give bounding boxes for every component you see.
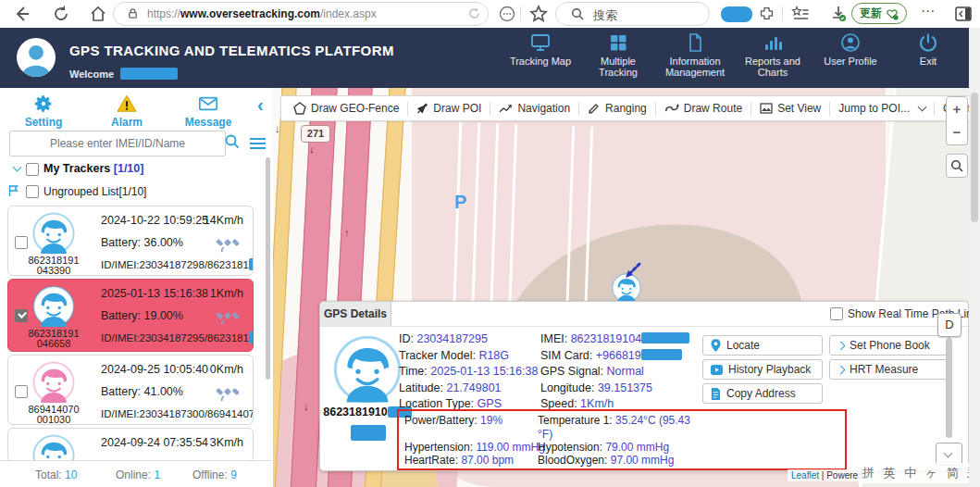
pin-icon bbox=[416, 102, 428, 115]
pentagon-icon bbox=[293, 102, 306, 115]
navigation-button[interactable]: Navigation bbox=[490, 102, 578, 115]
show-path-checkbox[interactable] bbox=[830, 307, 843, 320]
nav-reports-charts[interactable]: Reports and Charts bbox=[734, 32, 812, 78]
draw-route-button[interactable]: Draw Route bbox=[656, 102, 751, 115]
rewards-heart-icon bbox=[886, 7, 899, 20]
tab-label: Setting bbox=[11, 116, 76, 129]
tracker-card[interactable]: 2024-09-24 07:35:54 3Km/h bbox=[7, 428, 254, 462]
collapse-sidebar-arrow[interactable]: ‹ bbox=[257, 95, 264, 114]
zoom-out-button[interactable]: − bbox=[946, 120, 968, 145]
nav-multiple-tracking[interactable]: Multiple Tracking bbox=[579, 32, 657, 78]
platform-title: GPS TRACKING AND TELEMATICS PLATFORM bbox=[69, 43, 394, 58]
screen: https://www.overseetracking.com/index.as… bbox=[0, 0, 980, 487]
satellite-icon bbox=[216, 380, 240, 404]
update-label: 更新 bbox=[860, 6, 882, 21]
page-reload-icon[interactable] bbox=[467, 6, 481, 20]
sidebar-tab-message[interactable]: Message bbox=[176, 94, 241, 129]
tracker-imei: ID/IMEI:23034187295/8623181 bbox=[101, 331, 254, 343]
tracker-checkbox-checked[interactable] bbox=[15, 309, 28, 322]
draw-poi-button[interactable]: Draw POI bbox=[408, 102, 490, 115]
d-key-button[interactable]: D bbox=[937, 313, 961, 337]
tracker-checkbox[interactable] bbox=[15, 236, 28, 249]
ranging-button[interactable]: Ranging bbox=[579, 102, 655, 115]
road-shield: 271 bbox=[301, 125, 330, 143]
map-area[interactable]: ↓ ↓ ↓ ↑ ↑ P 271 Draw GEO-Fence Draw POI bbox=[273, 88, 969, 487]
tracker-time: 2024-10-22 10:59:25 bbox=[101, 214, 208, 227]
panel-divider bbox=[320, 326, 968, 327]
jump-to-poi-dropdown[interactable]: Jump to POI... bbox=[830, 102, 934, 115]
tracker-card-selected[interactable]: 862318191046658 2025-01-13 15:16:38 1Km/… bbox=[7, 279, 254, 352]
tracking-map-icon bbox=[530, 32, 551, 53]
sidebar-scrollbar[interactable] bbox=[266, 157, 270, 380]
nav-exit[interactable]: Exit bbox=[889, 32, 967, 67]
user-profile-icon bbox=[840, 32, 861, 53]
draw-geofence-button[interactable]: Draw GEO-Fence bbox=[285, 102, 407, 115]
url-text: https://www.overseetracking.com/index.as… bbox=[147, 7, 377, 20]
search-icon[interactable] bbox=[225, 134, 240, 149]
favorite-star-icon[interactable] bbox=[529, 5, 548, 23]
group-count: [1/10] bbox=[114, 162, 144, 175]
address-bar[interactable]: https://www.overseetracking.com/index.as… bbox=[113, 2, 489, 26]
subgroup-checkbox[interactable] bbox=[26, 185, 39, 198]
tracker-checkbox[interactable] bbox=[15, 385, 28, 398]
health-vitals-box: Power/Battery: 19% Temperature 1: 35.24°… bbox=[397, 409, 847, 470]
oneway-arrow: ↓ bbox=[304, 401, 309, 412]
device-map-marker[interactable] bbox=[612, 273, 641, 303]
reader-mode-icon[interactable] bbox=[498, 5, 516, 23]
browser-menu-icon[interactable]: ⋯ bbox=[921, 3, 935, 19]
redaction-box bbox=[721, 6, 752, 22]
browser-search-box[interactable]: 搜索 bbox=[555, 2, 710, 26]
downloads-icon[interactable] bbox=[829, 5, 848, 23]
zoom-in-button[interactable]: + bbox=[946, 96, 968, 122]
toolbar-divider bbox=[782, 6, 783, 21]
history-playback-button[interactable]: History Playback bbox=[702, 359, 823, 380]
gps-details-tab[interactable]: GPS Details bbox=[320, 302, 391, 327]
extensions-icon[interactable] bbox=[759, 6, 775, 21]
sidebar-tab-alarm[interactable]: Alarm bbox=[94, 94, 159, 129]
copy-address-button[interactable]: Copy Address bbox=[702, 383, 823, 404]
sidebar-tab-setting[interactable]: Setting bbox=[11, 94, 76, 129]
vital-power: Power/Battery: 19% bbox=[404, 414, 502, 428]
ruler-pencil-icon bbox=[588, 102, 601, 115]
locate-button[interactable]: Locate bbox=[702, 335, 823, 356]
update-button[interactable]: 更新 bbox=[851, 3, 907, 24]
tracker-card[interactable]: 869414070001030 2024-09-25 10:05:40 0Km/… bbox=[7, 355, 254, 425]
set-phone-book-button[interactable]: Set Phone Book bbox=[829, 335, 949, 356]
nav-user-profile[interactable]: User Profile bbox=[812, 32, 889, 67]
tracker-search-input[interactable] bbox=[9, 131, 226, 156]
gps-fields-right: IMEI: 86231819104 SIM Card: +966819 GPS … bbox=[540, 331, 689, 413]
group-checkbox[interactable] bbox=[26, 163, 39, 176]
tracker-summary-footer: Total: 10 Online: 1 Offline: 9 bbox=[0, 460, 272, 487]
set-view-button[interactable]: Set View bbox=[751, 102, 829, 115]
favorites-bar-icon[interactable] bbox=[791, 5, 810, 23]
page-scrollbar[interactable] bbox=[969, 28, 980, 487]
redaction-box bbox=[351, 425, 386, 441]
gps-fields-left: ID: 23034187295 Tracker Model: R18G Time… bbox=[399, 331, 538, 413]
panel-scrollbar[interactable] bbox=[946, 338, 952, 438]
nav-tracking-map[interactable]: Tracking Map bbox=[502, 32, 579, 67]
vital-heartrate: HeartRate: 87.00 bpm bbox=[404, 454, 514, 468]
vital-temperature: Temperature 1: 35.24°C (95.43 °F) bbox=[538, 414, 702, 442]
nav-information-management[interactable]: Information Management bbox=[656, 32, 734, 78]
tree-expand-chevron[interactable] bbox=[13, 163, 22, 172]
hrt-measure-button[interactable]: HRT Measure bbox=[829, 359, 949, 380]
chevron-down-icon bbox=[918, 103, 927, 112]
navigation-arrow-icon bbox=[499, 103, 513, 114]
list-menu-icon[interactable] bbox=[250, 135, 266, 152]
subgroup-label[interactable]: Ungrouped List[1/10] bbox=[43, 185, 146, 198]
sidebar-panel-icon[interactable] bbox=[954, 5, 973, 23]
browser-search-placeholder: 搜索 bbox=[593, 7, 617, 24]
map-search-button[interactable] bbox=[946, 154, 968, 178]
exit-power-icon bbox=[918, 32, 938, 53]
tracker-card[interactable]: 862318191043390 2024-10-22 10:59:25 14Km… bbox=[7, 206, 254, 276]
tracker-avatar-boy-icon bbox=[32, 212, 75, 255]
play-icon bbox=[711, 364, 723, 376]
nav-label: Information Management bbox=[656, 56, 734, 78]
tracker-group-label[interactable]: My Trackers [1/10] bbox=[43, 162, 143, 175]
refresh-icon[interactable] bbox=[52, 5, 70, 23]
ime-toolbar[interactable]: 拼 英 中 ヶ 简 郑 S bbox=[858, 463, 969, 483]
page-scrollbar-thumb[interactable] bbox=[971, 93, 978, 222]
chevron-right-icon bbox=[837, 341, 846, 350]
home-icon[interactable] bbox=[89, 5, 107, 23]
back-icon[interactable] bbox=[13, 5, 31, 23]
